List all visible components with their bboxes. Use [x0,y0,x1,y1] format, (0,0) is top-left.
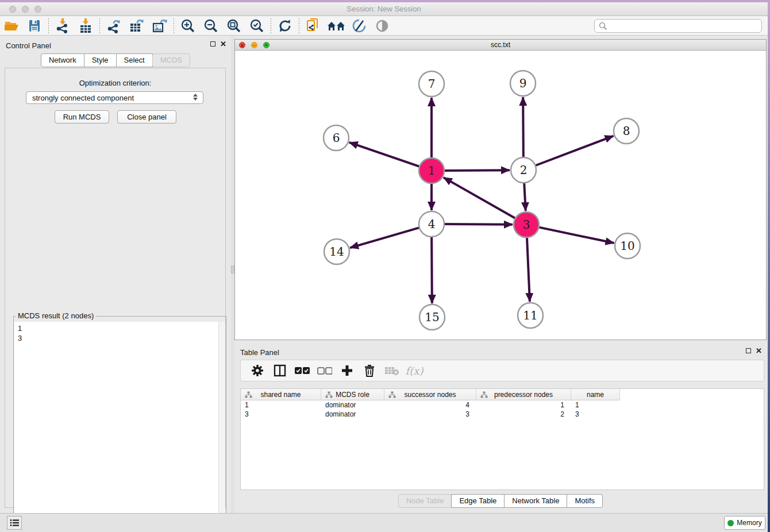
show-graphics-details-button[interactable] [348,17,371,34]
mcds-panel: Optimization criterion: strongly connect… [5,68,226,508]
tab-node-table[interactable]: Node Table [398,494,452,508]
node-table[interactable]: shared nameMCDS rolesuccessor nodesprede… [240,388,764,490]
open-folder-icon [4,19,19,33]
edge-2-3[interactable] [524,181,526,211]
control-panel-title: Control Panel [6,41,51,50]
tab-select[interactable]: Select [116,53,153,67]
apply-layout-button[interactable] [274,17,297,34]
mcds-result-text: 1 3 [14,322,218,532]
edge-1-6[interactable] [349,142,421,167]
tab-mcds[interactable]: MCDS [152,53,190,67]
table-cell[interactable]: 1 [241,400,321,410]
function-builder-button[interactable]: f(x) [406,362,423,379]
zoom-fit-button[interactable] [222,17,245,34]
gear-icon [251,364,264,377]
close-table-panel-icon[interactable]: ✕ [756,348,762,354]
optimization-criterion-dropdown[interactable]: strongly connected component [26,91,203,104]
new-network-from-selection-icon [306,18,321,33]
export-image-button[interactable] [148,17,171,34]
tab-network[interactable]: Network [41,53,84,67]
table-toolbar: f(x) [240,360,764,381]
table-row[interactable]: 1dominator411 [241,400,764,410]
dropdown-value: strongly connected component [32,94,134,102]
edge-3-1[interactable] [444,178,517,219]
graph-node-label-10: 10 [620,239,634,253]
zoom-out-button[interactable] [199,17,222,34]
close-panel-button[interactable]: Close panel [117,110,176,124]
tab-edge-table[interactable]: Edge Table [451,494,505,508]
edge-4-14[interactable] [350,227,421,248]
graph-node-label-14: 14 [329,245,344,259]
table-cell[interactable]: dominator [321,400,384,410]
run-mcds-button[interactable]: Run MCDS [55,110,109,124]
deselect-all-button[interactable] [316,362,333,379]
show-panels-button[interactable] [7,516,22,530]
edge-2-8[interactable] [534,136,614,167]
import-table-button[interactable] [74,17,97,34]
export-network-button[interactable] [102,17,125,34]
float-table-panel-icon[interactable] [746,348,751,353]
column-header-shared-name[interactable]: shared name [241,389,321,400]
zoom-in-button[interactable] [176,17,199,34]
delete-columns-button[interactable] [361,362,378,379]
edge-4-15[interactable] [432,235,432,303]
table-cell[interactable]: dominator [321,410,384,419]
tab-style[interactable]: Style [84,53,117,67]
save-session-button[interactable] [23,17,46,34]
edge-3-10[interactable] [537,227,614,243]
open-session-button[interactable] [0,17,23,34]
table-cell[interactable]: 3 [384,410,476,419]
edge-2-9[interactable] [523,97,523,159]
toggle-details-button[interactable] [371,17,394,34]
table-cell[interactable]: 4 [384,400,476,410]
close-panel-icon[interactable]: ✕ [220,41,226,47]
toolbar-separator [48,18,49,33]
window-title: Session: New Session [0,5,768,13]
edge-1-2[interactable] [442,170,510,171]
network-canvas[interactable]: 7968124314101511 [235,51,766,340]
first-neighbors-button[interactable] [325,17,348,34]
search-input[interactable] [607,20,761,32]
table-row[interactable]: 3dominator323 [241,410,764,419]
table-cell[interactable]: 1 [476,400,571,410]
delete-table-icon [384,365,399,376]
create-column-button[interactable] [338,362,356,379]
table-cell[interactable]: 1 [571,400,620,410]
mcds-result-scrollbar[interactable] [218,322,225,532]
new-network-from-selection-button[interactable] [302,17,325,34]
export-table-button[interactable] [125,17,148,34]
float-panel-icon[interactable] [210,41,215,47]
tab-motifs[interactable]: Motifs [567,494,603,508]
export-network-icon [106,18,121,33]
search-field[interactable] [594,19,762,33]
memory-button[interactable]: Memory [724,516,765,530]
graph-node-label-7: 7 [428,77,436,91]
column-header-successor-nodes[interactable]: successor nodes [384,389,476,400]
edge-3-11[interactable] [527,236,530,302]
tab-network-table[interactable]: Network Table [504,494,567,508]
control-panel: Control Panel ✕ NetworkStyleSelectMCDS O… [0,36,231,513]
desktop-edge-right [768,0,770,532]
column-label: shared name [260,391,301,399]
graph-node-label-6: 6 [333,131,340,145]
delete-table-button[interactable] [383,362,401,379]
column-header-MCDS-role[interactable]: MCDS role [321,389,384,400]
toggle-columns-button[interactable] [271,362,288,379]
table-cell[interactable]: 2 [476,410,571,419]
mcds-result-box: 1 3 [14,322,225,532]
table-mode-button[interactable] [249,362,266,379]
mcds-result-group: MCDS result (2 nodes) 1 3 [13,316,226,532]
table-cell[interactable]: 3 [241,410,321,419]
edge-4-3[interactable] [442,224,513,225]
zoom-in-icon [180,18,195,33]
column-header-name[interactable]: name [571,389,620,400]
export-table-icon [129,18,145,33]
network-window-title: scc.txt [235,41,766,49]
save-icon [28,19,41,33]
column-header-predecessor-nodes[interactable]: predecessor nodes [476,389,571,400]
trash-icon [364,364,375,377]
zoom-selected-button[interactable] [245,17,268,34]
table-cell[interactable]: 3 [571,410,620,419]
import-network-button[interactable] [51,17,74,34]
select-all-button[interactable] [294,362,311,379]
